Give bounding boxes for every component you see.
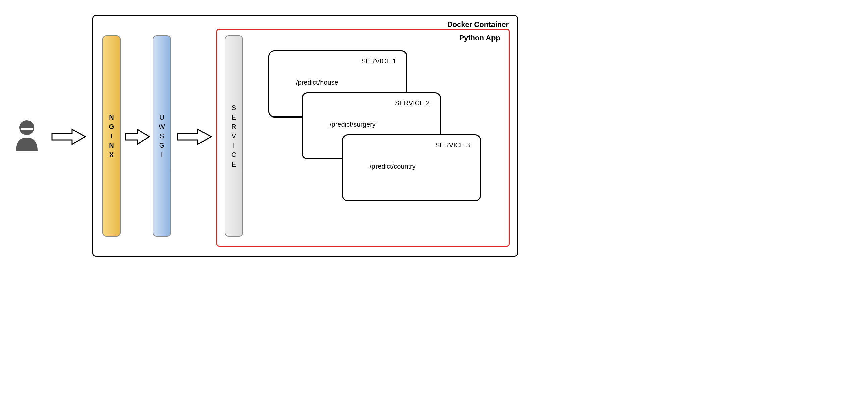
nginx-box: NGINX (102, 35, 121, 237)
service-label: SERVICE (231, 103, 236, 169)
service-2-title: SERVICE 2 (309, 100, 433, 107)
user-icon (13, 117, 40, 151)
service-box: SERVICE (225, 35, 243, 237)
uwsgi-box: UWSGI (153, 35, 171, 237)
service-card-3: SERVICE 3 /predict/country (342, 134, 481, 201)
service-2-route: /predict/surgery (309, 120, 433, 128)
arrow-nginx-to-uwsgi (124, 128, 151, 146)
service-3-route: /predict/country (350, 163, 473, 170)
service-1-title: SERVICE 1 (276, 57, 400, 65)
svg-rect-1 (21, 128, 33, 130)
arrow-user-to-docker (50, 128, 87, 146)
uwsgi-label: UWSGI (159, 112, 165, 160)
arrow-uwsgi-to-pythonapp (176, 128, 213, 146)
service-1-route: /predict/house (276, 79, 400, 86)
docker-container-label: Docker Container (447, 20, 508, 29)
python-app-label: Python App (459, 34, 500, 42)
service-3-title: SERVICE 3 (350, 141, 473, 149)
architecture-diagram: Docker Container NGINX UWSGI Python App … (10, 10, 523, 262)
nginx-label: NGINX (109, 112, 114, 160)
